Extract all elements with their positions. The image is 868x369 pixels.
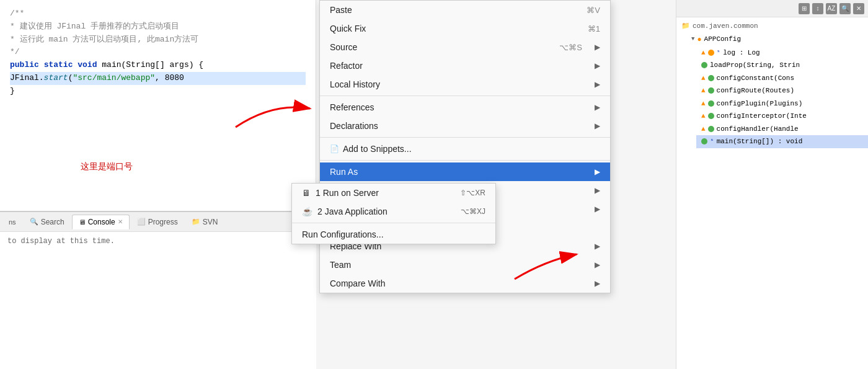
svn-icon: 📁 <box>192 218 200 226</box>
source-arrow-icon: ▶ <box>595 43 600 51</box>
tab-ns[interactable]: ns <box>2 216 22 228</box>
code-line-2: * 建议使用 JFinal 手册推荐的方式启动项目 <box>10 20 306 33</box>
main-dot <box>701 138 707 144</box>
toolbar-icon-5[interactable]: ✕ <box>853 3 864 14</box>
java-app-icon: ☕ <box>302 207 312 216</box>
tree-item-package: 📁 com.javen.common <box>676 20 868 33</box>
run-on-server-icon: 🖥 <box>302 188 311 198</box>
separator-2 <box>320 137 610 138</box>
configinterceptor-dot <box>708 113 714 119</box>
menu-item-compare-with[interactable]: Compare With ▶ <box>320 274 610 293</box>
expand-icon: ▼ <box>691 35 694 44</box>
toolbar-icon-3[interactable]: AZ <box>826 3 837 14</box>
submenu-item-run-on-server[interactable]: 🖥 1 Run on Server ⇧⌥XR <box>292 184 495 202</box>
console-close-icon[interactable]: ✕ <box>118 218 123 225</box>
local-history-arrow-icon: ▶ <box>595 80 600 89</box>
log-dot <box>708 50 714 56</box>
bottom-panel: ns 🔍 Search 🖥 Console ✕ ⬜ Progress 📁 SVN… <box>0 211 316 369</box>
console-icon: 🖥 <box>79 218 86 226</box>
menu-item-quick-fix[interactable]: Quick Fix ⌘1 <box>320 19 610 38</box>
tab-search[interactable]: 🔍 Search <box>24 215 71 229</box>
team-arrow-icon: ▶ <box>595 260 600 269</box>
tab-svn[interactable]: 📁 SVN <box>185 215 224 229</box>
progress-icon: ⬜ <box>137 218 146 226</box>
refactor-arrow-icon: ▶ <box>595 61 600 70</box>
tree-item-confighandler[interactable]: ▲ configHandler(Handle <box>696 123 868 136</box>
menu-item-team[interactable]: Team ▶ <box>320 256 610 274</box>
toolbar-icon-4[interactable]: 🔍 <box>839 3 851 14</box>
confighandler-dot <box>708 126 714 132</box>
submenu-separator <box>292 223 495 223</box>
ns-icon: ns <box>9 218 16 226</box>
replace-with-arrow-icon: ▶ <box>595 242 600 251</box>
separator-1 <box>320 96 610 96</box>
code-line-4: */ <box>10 46 306 59</box>
tree-item-appconfig: ▼ ● APPConfig <box>686 33 868 47</box>
tree-item-log[interactable]: ▲ ˢ log : Log <box>696 47 868 60</box>
configplugin-dot <box>708 100 714 107</box>
class-tree: 📁 com.javen.common ▼ ● APPConfig ▲ ˢ log… <box>676 17 868 151</box>
configroute-dot <box>708 87 714 94</box>
debug-as-arrow-icon: ▶ <box>595 186 600 195</box>
configconstant-dot <box>708 75 714 81</box>
loadprop-dot <box>701 62 707 68</box>
declarations-arrow-icon: ▶ <box>595 122 600 130</box>
tab-bar: ns 🔍 Search 🖥 Console ✕ ⬜ Progress 📁 SVN <box>0 212 316 232</box>
code-line-1: /** <box>10 7 306 20</box>
tree-item-loadprop[interactable]: loadProp(String, Strin <box>696 59 868 72</box>
menu-item-local-history[interactable]: Local History ▶ <box>320 75 610 94</box>
toolbar-icon-1[interactable]: ⊞ <box>799 3 810 14</box>
tree-item-configinterceptor[interactable]: ▲ configInterceptor(Inte <box>696 110 868 123</box>
snippet-icon: 📄 <box>330 144 339 153</box>
code-line-3: * 运行此 main 方法可以启动项目, 此main方法可 <box>10 33 306 47</box>
run-configurations-item[interactable]: Run Configurations... <box>292 225 495 244</box>
right-toolbar: ⊞ ↕ AZ 🔍 ✕ <box>676 0 868 17</box>
menu-item-declarations[interactable]: Declarations ▶ <box>320 117 610 135</box>
chinese-annotation: 这里是端口号 <box>81 161 133 172</box>
menu-item-add-snippets[interactable]: 📄 Add to Snippets... <box>320 140 610 158</box>
separator-3 <box>320 160 610 161</box>
console-content: to display at this time. <box>0 232 316 251</box>
search-icon: 🔍 <box>30 218 38 226</box>
menu-item-paste[interactable]: Paste ⌘V <box>320 1 610 19</box>
menu-item-source[interactable]: Source ⌥⌘S ▶ <box>320 38 610 56</box>
menu-item-refactor[interactable]: Refactor ▶ <box>320 56 610 75</box>
menu-item-references[interactable]: References ▶ <box>320 98 610 117</box>
submenu-item-java-application[interactable]: ☕ 2 Java Application ⌥⌘XJ <box>292 202 495 221</box>
toolbar-icon-2[interactable]: ↕ <box>812 3 823 14</box>
tree-item-configconstant[interactable]: ▲ configConstant(Cons <box>696 72 868 85</box>
references-arrow-icon: ▶ <box>595 103 600 112</box>
tree-item-main[interactable]: ˢ main(String[]) : void <box>696 135 868 148</box>
tab-console[interactable]: 🖥 Console ✕ <box>72 215 130 229</box>
right-panel: ⊞ ↕ AZ 🔍 ✕ 📁 com.javen.common ▼ ● APPCon… <box>676 0 868 369</box>
tab-progress[interactable]: ⬜ Progress <box>131 215 184 229</box>
code-line-7: } <box>10 85 306 98</box>
menu-item-run-as[interactable]: Run As ▶ <box>320 162 610 181</box>
app-config-circle: ● <box>697 34 701 45</box>
run-as-arrow-icon: ▶ <box>595 167 600 176</box>
compare-with-arrow-icon: ▶ <box>595 279 600 288</box>
run-as-submenu: 🖥 1 Run on Server ⇧⌥XR ☕ 2 Java Applicat… <box>291 183 496 244</box>
tree-item-configroute[interactable]: ▲ configRoute(Routes) <box>696 84 868 97</box>
tree-item-configplugin[interactable]: ▲ configPlugin(Plugins) <box>696 97 868 110</box>
profile-as-arrow-icon: ▶ <box>595 205 600 213</box>
code-line-5: public static void main(String[] args) { <box>10 59 306 72</box>
code-editor[interactable]: /** * 建议使用 JFinal 手册推荐的方式启动项目 * 运行此 main… <box>0 0 316 211</box>
context-menu: Paste ⌘V Quick Fix ⌘1 Source ⌥⌘S ▶ Refac… <box>319 0 611 293</box>
code-line-6: JFinal.start("src/main/webapp", 8080 <box>10 72 306 85</box>
